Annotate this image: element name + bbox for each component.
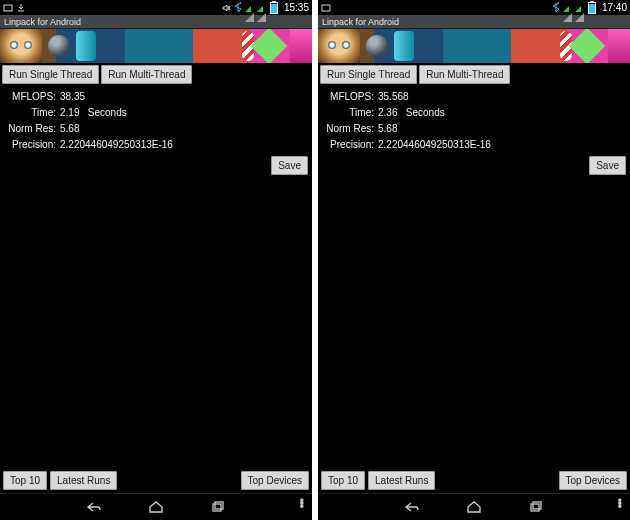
top10-button[interactable]: Top 10	[321, 471, 365, 490]
home-icon[interactable]	[146, 499, 166, 515]
battery-icon	[269, 3, 279, 13]
time-number: 2.36	[378, 107, 397, 118]
svg-rect-0	[4, 5, 12, 11]
nav-bar: •••	[0, 493, 312, 520]
precision-value: 2.220446049250313E-16	[60, 138, 173, 151]
overflow-menu-icon[interactable]: •••	[618, 499, 622, 508]
signal-icon-1	[245, 3, 255, 13]
app-title: Linpack for Android	[4, 17, 81, 27]
status-clock: 15:35	[284, 2, 309, 13]
bottom-button-bar: Top 10 Latest Runs Top Devices	[318, 468, 630, 493]
time-unit: Seconds	[88, 107, 127, 118]
normres-value: 5.68	[60, 122, 79, 135]
ad-shapes	[42, 29, 312, 63]
top-devices-button[interactable]: Top Devices	[241, 471, 309, 490]
precision-label: Precision:	[4, 138, 56, 151]
results-panel: MFLOPS: 35.568 Time: 2.36 Seconds Norm R…	[318, 86, 630, 154]
signal-icon-2	[575, 3, 585, 13]
phone-left: 15:35 Linpack for Android Run Single Thr…	[0, 0, 312, 520]
recents-icon[interactable]	[208, 499, 228, 515]
ad-shapes	[360, 29, 630, 63]
time-value: 2.19 Seconds	[60, 106, 127, 119]
run-button-row: Run Single Thread Run Multi-Thread	[0, 63, 312, 86]
precision-label: Precision:	[322, 138, 374, 151]
results-panel: MFLOPS: 38.35 Time: 2.19 Seconds Norm Re…	[0, 86, 312, 154]
nav-bar: •••	[318, 493, 630, 520]
latest-runs-button[interactable]: Latest Runs	[368, 471, 435, 490]
signal-icon-2	[257, 3, 267, 13]
status-bar: 17:40	[318, 0, 630, 15]
notification-icon	[3, 3, 13, 13]
run-multi-thread-button[interactable]: Run Multi-Thread	[101, 65, 192, 84]
ad-banner[interactable]	[0, 29, 312, 63]
save-button[interactable]: Save	[589, 156, 626, 175]
recents-icon[interactable]	[526, 499, 546, 515]
bluetooth-icon	[233, 3, 243, 13]
svg-rect-2	[215, 502, 223, 509]
mute-icon	[221, 3, 231, 13]
svg-rect-3	[322, 5, 330, 11]
save-button[interactable]: Save	[271, 156, 308, 175]
status-clock: 17:40	[602, 2, 627, 13]
bluetooth-icon	[551, 3, 561, 13]
normres-label: Norm Res:	[4, 122, 56, 135]
normres-value: 5.68	[378, 122, 397, 135]
latest-runs-button[interactable]: Latest Runs	[50, 471, 117, 490]
time-unit: Seconds	[406, 107, 445, 118]
mflops-label: MFLOPS:	[322, 90, 374, 103]
overflow-menu-icon[interactable]: •••	[300, 499, 304, 508]
status-bar: 15:35	[0, 0, 312, 15]
svg-rect-4	[531, 504, 539, 511]
download-icon	[16, 3, 26, 13]
time-label: Time:	[322, 106, 374, 119]
content-blank	[0, 175, 312, 468]
time-value: 2.36 Seconds	[378, 106, 445, 119]
phone-right: 17:40 Linpack for Android Run Single Thr…	[318, 0, 630, 520]
battery-icon	[587, 3, 597, 13]
time-number: 2.19	[60, 107, 79, 118]
content-blank	[318, 175, 630, 468]
back-icon[interactable]	[84, 499, 104, 515]
run-single-thread-button[interactable]: Run Single Thread	[2, 65, 99, 84]
home-icon[interactable]	[464, 499, 484, 515]
notification-icon	[321, 3, 331, 13]
signal-icon-1	[563, 3, 573, 13]
app-title: Linpack for Android	[322, 17, 399, 27]
mflops-value: 38.35	[60, 90, 85, 103]
ad-character-icon	[318, 29, 360, 63]
run-button-row: Run Single Thread Run Multi-Thread	[318, 63, 630, 86]
run-multi-thread-button[interactable]: Run Multi-Thread	[419, 65, 510, 84]
precision-value: 2.220446049250313E-16	[378, 138, 491, 151]
mflops-label: MFLOPS:	[4, 90, 56, 103]
top-devices-button[interactable]: Top Devices	[559, 471, 627, 490]
top10-button[interactable]: Top 10	[3, 471, 47, 490]
normres-label: Norm Res:	[322, 122, 374, 135]
svg-rect-5	[533, 502, 541, 509]
ad-character-icon	[0, 29, 42, 63]
back-icon[interactable]	[402, 499, 422, 515]
time-label: Time:	[4, 106, 56, 119]
svg-rect-1	[213, 504, 221, 511]
mflops-value: 35.568	[378, 90, 409, 103]
run-single-thread-button[interactable]: Run Single Thread	[320, 65, 417, 84]
bottom-button-bar: Top 10 Latest Runs Top Devices	[0, 468, 312, 493]
ad-banner[interactable]	[318, 29, 630, 63]
